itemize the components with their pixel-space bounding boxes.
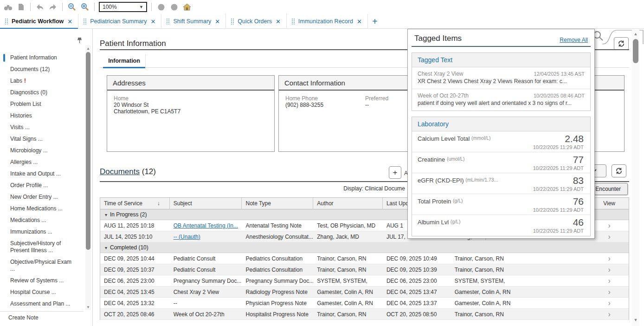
- column-subject[interactable]: Subject: [170, 198, 242, 209]
- zoom-out-icon[interactable]: [67, 2, 77, 12]
- sidebar-item-vital-signs[interactable]: Vital Signs ...: [0, 133, 80, 145]
- lab-result-row[interactable]: Total Protein (g/L)7610/22/2025 11:29 AD…: [412, 194, 590, 215]
- close-icon[interactable]: ✕: [150, 18, 155, 25]
- lab-result-unit: (umol/L): [447, 156, 465, 162]
- sidebar-item-home-medications[interactable]: Home Medications ...: [0, 203, 80, 215]
- search-binoculars-icon[interactable]: [3, 2, 13, 12]
- row-view-chevron-icon[interactable]: ›: [590, 309, 629, 319]
- row-view-chevron-icon[interactable]: ›: [590, 275, 629, 286]
- close-icon[interactable]: ✕: [215, 18, 220, 25]
- drag-handle-icon[interactable]: [231, 18, 234, 25]
- main-scroll-thumb[interactable]: [633, 39, 638, 63]
- lab-result-row[interactable]: Calcium Level Total (mmol/L)2.4810/22/20…: [412, 131, 590, 152]
- table-row[interactable]: OCT 20, 2025 08:46Week of Oct 20-27thHos…: [100, 309, 629, 320]
- tab-immunization-record[interactable]: Immunization Record✕: [287, 14, 368, 29]
- sidebar-item-microbiology[interactable]: Microbiology ...: [0, 145, 80, 156]
- table-row[interactable]: DEC 09, 2025 10:44Pediatric ConsultPedia…: [100, 253, 629, 264]
- sidebar-item-patient-information[interactable]: Patient Information: [0, 52, 80, 64]
- scroll-down-icon[interactable]: ▼: [85, 305, 91, 309]
- sidebar-item-immunizations[interactable]: Immunizations ...: [0, 226, 80, 238]
- documents-refresh-button[interactable]: [612, 164, 626, 177]
- disabled-action-icon[interactable]: [169, 2, 179, 12]
- scroll-up-icon[interactable]: ▲: [632, 32, 639, 36]
- pin-icon[interactable]: [77, 37, 82, 46]
- sidebar-item-new-order-entry[interactable]: New Order Entry ...: [0, 191, 80, 203]
- sidebar-item-labs[interactable]: Labs!: [0, 75, 80, 87]
- sidebar-item-review-of-systems[interactable]: Review of Systems ...: [0, 275, 80, 287]
- table-row[interactable]: DEC 04, 2025 13:32--Physician Progress N…: [100, 298, 629, 309]
- addresses-card: Addresses Home 20 Windsor St Charlotteto…: [107, 75, 275, 152]
- sidebar-item-diagnostics-0[interactable]: Diagnostics (0): [0, 87, 80, 98]
- forward-icon[interactable]: [48, 2, 58, 12]
- sidebar-item-order-profile[interactable]: Order Profile ...: [0, 180, 80, 191]
- table-row[interactable]: DEC 06, 2025 23:00Pregnancy Summary Doc.…: [100, 275, 629, 287]
- cell-subject: Pediatric Consult: [170, 264, 242, 275]
- sidebar-item-allergies[interactable]: Allergies ...: [0, 156, 80, 168]
- sidebar-item-objective-physical-exam[interactable]: Objective/Physical Exam ...: [0, 256, 80, 275]
- sidebar-item-histories[interactable]: Histories: [0, 110, 80, 122]
- column-note-type[interactable]: Note Type: [242, 198, 313, 209]
- refresh-button[interactable]: [614, 37, 629, 50]
- scroll-up-icon[interactable]: ▲: [85, 46, 91, 51]
- addresses-card-title: Addresses: [107, 76, 274, 91]
- tagged-text-card: Tagged Text Chest Xray 2 View12/04/2025 …: [412, 52, 591, 111]
- document-icon[interactable]: [16, 2, 26, 12]
- row-view-chevron-icon[interactable]: ›: [590, 220, 629, 231]
- cell-subject[interactable]: OB Antenatal Testing (In...: [170, 220, 242, 231]
- cell-note-type: Physician Progress Note: [242, 298, 313, 308]
- lab-result-row[interactable]: Creatinine (umol/L)7710/22/2025 11:29 AD…: [412, 152, 590, 173]
- sidebar-scrollbar[interactable]: ▲ ▼: [85, 46, 91, 310]
- sidebar-item-medications[interactable]: Medications ...: [0, 215, 80, 226]
- table-row[interactable]: DEC 09, 2025 10:37Pediatric ConsultPedia…: [100, 264, 629, 275]
- close-icon[interactable]: ✕: [357, 18, 362, 25]
- tab-pediatrician-summary[interactable]: Pediatrician Summary✕: [78, 14, 161, 29]
- table-row[interactable]: DEC 04, 2025 13:45Chest Xray 2 ViewRadio…: [100, 287, 629, 298]
- column-view[interactable]: View: [590, 198, 629, 209]
- tab-pediatric-workflow[interactable]: Pediatric Workflow✕: [0, 14, 78, 29]
- column-time-of-service[interactable]: Time of Service ↓: [100, 198, 170, 209]
- zoom-in-icon[interactable]: [80, 2, 90, 12]
- column-author[interactable]: Author: [313, 198, 383, 209]
- lab-result-row[interactable]: Albumin Lvl (g/L)4610/22/2025 11:29 ADT: [412, 215, 590, 236]
- sidebar-item-visits[interactable]: Visits ...: [0, 122, 80, 133]
- home-icon[interactable]: [182, 2, 192, 12]
- lab-result-row[interactable]: eGFR (CKD-EPI) (mL/min/1.73...8310/22/20…: [412, 173, 590, 194]
- tab-information[interactable]: Information: [103, 54, 146, 68]
- row-view-chevron-icon[interactable]: ›: [590, 264, 629, 275]
- drag-handle-icon[interactable]: [291, 18, 295, 25]
- tab-shift-summary[interactable]: Shift Summary✕: [161, 14, 226, 29]
- sidebar-item-problem-list[interactable]: Problem List: [0, 98, 80, 110]
- sidebar-item-hospital-course[interactable]: Hospital Course ...: [0, 287, 80, 298]
- sidebar-item-subjective-history-of-present-illness[interactable]: Subjective/History of Present Illness ..…: [0, 238, 80, 256]
- back-icon[interactable]: [35, 2, 45, 12]
- drag-handle-icon[interactable]: [166, 18, 169, 25]
- add-tab-button[interactable]: +: [368, 14, 382, 29]
- scroll-down-icon[interactable]: ▼: [632, 318, 639, 322]
- main-scrollbar[interactable]: ▲ ▼: [632, 29, 639, 326]
- drag-handle-icon[interactable]: [5, 18, 8, 25]
- tab-quick-orders[interactable]: Quick Orders✕: [226, 14, 287, 29]
- tagged-text-item[interactable]: Chest Xray 2 View12/04/2025 13:45 ASTXR …: [412, 67, 590, 89]
- sidebar-item-intake-and-output[interactable]: Intake and Output ...: [0, 168, 80, 180]
- sidebar-item-create-note[interactable]: Create Note: [0, 311, 84, 321]
- row-view-chevron-icon[interactable]: ›: [590, 287, 629, 297]
- remove-all-link[interactable]: Remove All: [560, 37, 588, 43]
- row-view-chevron-icon[interactable]: ›: [590, 253, 629, 264]
- table-group-header[interactable]: ▾Completed (10): [100, 242, 629, 253]
- close-icon[interactable]: ✕: [276, 18, 281, 25]
- close-icon[interactable]: ✕: [67, 18, 72, 25]
- sidebar-item-documents-12[interactable]: Documents (12): [0, 64, 80, 75]
- cell-note-type: Anesthesiology Consultat...: [242, 231, 313, 242]
- row-view-chevron-icon[interactable]: ›: [590, 298, 629, 308]
- zoom-level-select[interactable]: 100% ▼: [99, 2, 147, 12]
- sidebar-item-assessment-and-plan[interactable]: Assessment and Plan ...: [0, 298, 80, 310]
- tagged-text-item[interactable]: Week of Oct 20-27th10/20/2025 08:46 ADTp…: [412, 89, 590, 111]
- documents-link[interactable]: Documents: [100, 167, 140, 176]
- add-document-button[interactable]: +: [389, 166, 401, 179]
- row-view-chevron-icon[interactable]: ›: [590, 231, 629, 242]
- disabled-action-icon[interactable]: [156, 2, 166, 12]
- sidebar-scroll-thumb[interactable]: [86, 52, 90, 250]
- drag-handle-icon[interactable]: [83, 18, 86, 25]
- cell-subject[interactable]: -- (Unauth): [170, 231, 242, 242]
- lab-result-name: Calcium Level Total: [418, 135, 470, 142]
